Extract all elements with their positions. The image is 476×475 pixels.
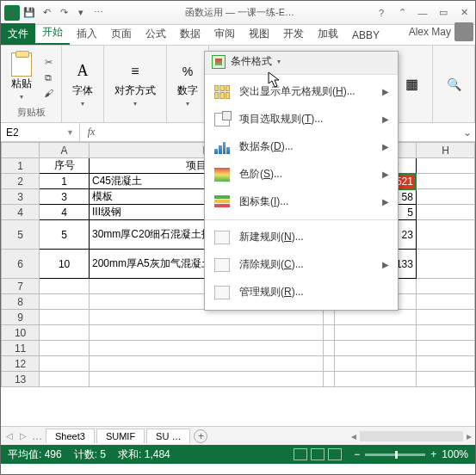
fx-icon[interactable]: fx: [80, 126, 102, 139]
zoom-level[interactable]: 100%: [442, 448, 468, 460]
undo-icon[interactable]: ↶: [39, 5, 54, 21]
account-menu[interactable]: Alex May: [402, 19, 475, 45]
view-switch[interactable]: [294, 448, 342, 460]
status-sum: 求和: 1,484: [118, 447, 170, 462]
cell-A1[interactable]: 序号: [40, 158, 90, 174]
zoom-out-button[interactable]: −: [354, 448, 360, 460]
row-1[interactable]: 1: [2, 158, 40, 174]
group-clipboard: 剪贴板: [17, 106, 46, 119]
conditional-format-icon: [212, 55, 226, 69]
cf-item-h[interactable]: 突出显示单元格规则(H)... ▶: [205, 78, 398, 106]
hscroll-track[interactable]: [360, 431, 463, 441]
format-table-button[interactable]: ▦: [396, 72, 427, 96]
cut-icon[interactable]: ✂: [40, 55, 56, 69]
cf-item-label: 突出显示单元格规则(H)...: [239, 84, 355, 99]
tab-more[interactable]: …: [32, 430, 42, 442]
copy-icon[interactable]: ⧉: [40, 71, 56, 84]
cell-A5[interactable]: 5: [40, 220, 90, 250]
cf-item-i[interactable]: 图标集(I)... ▶: [205, 188, 398, 216]
row-3[interactable]: 3: [2, 189, 40, 205]
tab-nav-prev[interactable]: ◁: [4, 431, 15, 441]
sheet-tab-2[interactable]: SU …: [146, 429, 190, 443]
cf-item-label: 管理规则(R)...: [239, 285, 304, 299]
cf-new-icon: [213, 229, 231, 246]
hscroll-right[interactable]: ▸: [467, 430, 472, 442]
conditional-format-button[interactable]: 条件格式 ▾: [212, 54, 281, 69]
tab-review[interactable]: 审阅: [207, 23, 242, 45]
submenu-arrow-icon: ▶: [382, 260, 389, 269]
row-12[interactable]: 12: [2, 356, 40, 372]
zoom-slider[interactable]: [365, 453, 425, 456]
cell-A3[interactable]: 3: [40, 189, 90, 205]
tab-page[interactable]: 页面: [104, 23, 139, 45]
cf-item-d[interactable]: 数据条(D)... ▶: [205, 133, 398, 161]
submenu-arrow-icon: ▶: [382, 197, 389, 207]
redo-icon[interactable]: ↷: [56, 5, 71, 21]
new-sheet-button[interactable]: +: [194, 429, 207, 443]
tab-abbyy[interactable]: ABBY: [345, 26, 386, 45]
find-button[interactable]: 🔍: [438, 72, 469, 96]
cf-item-n[interactable]: 新建规则(N)...: [205, 224, 398, 251]
select-all[interactable]: [2, 143, 40, 158]
tab-home[interactable]: 开始: [35, 22, 70, 45]
tab-nav-next[interactable]: ▷: [18, 431, 28, 441]
cf-cells-icon: [213, 83, 231, 101]
tab-view[interactable]: 视图: [242, 23, 276, 45]
row-7[interactable]: 7: [2, 279, 40, 294]
format-painter-icon[interactable]: 🖌: [40, 86, 56, 100]
col-H[interactable]: H: [416, 143, 474, 158]
zoom-in-button[interactable]: +: [430, 448, 436, 460]
close-icon[interactable]: ✕: [456, 5, 472, 21]
row-8[interactable]: 8: [2, 294, 40, 310]
cf-item-label: 数据条(D)...: [239, 139, 294, 154]
sheet-tab-0[interactable]: Sheet3: [46, 429, 95, 443]
ribbon-help-icon[interactable]: ?: [374, 5, 389, 21]
align-group-button[interactable]: ≡对齐方式▾: [109, 59, 161, 109]
tab-dev[interactable]: 开发: [276, 23, 311, 45]
row-5[interactable]: 5: [2, 220, 40, 250]
qat-custom-icon[interactable]: ⋯: [90, 5, 106, 21]
hscroll-left[interactable]: ◂: [351, 430, 356, 442]
row-13[interactable]: 13: [2, 372, 40, 387]
cf-item-r[interactable]: 管理规则(R)...: [205, 279, 398, 306]
maximize-icon[interactable]: ▭: [436, 5, 451, 21]
qat-more-icon[interactable]: ▾: [73, 5, 89, 21]
sheet-tab-1[interactable]: SUMIF: [96, 429, 145, 443]
row-6[interactable]: 6: [2, 250, 40, 279]
row-11[interactable]: 11: [2, 341, 40, 356]
ribbon-collapse-icon[interactable]: ⌃: [394, 5, 410, 21]
minimize-icon[interactable]: —: [415, 5, 430, 21]
cf-grad-icon: [213, 166, 231, 183]
cf-top-icon: [213, 111, 231, 128]
cell-A2[interactable]: 1: [40, 174, 90, 189]
sheet-tab-strip: ◁ ▷ … Sheet3SUMIFSU … + ◂ ▸: [1, 426, 475, 445]
formula-expand-icon[interactable]: ⌄: [463, 126, 472, 139]
row-2[interactable]: 2: [2, 174, 40, 189]
tab-file[interactable]: 文件: [1, 23, 35, 45]
paste-button[interactable]: 粘贴▾: [6, 52, 37, 102]
save-icon[interactable]: 💾: [22, 5, 37, 21]
ribbon-tabs: 文件 开始 插入 页面 公式 数据 审阅 视图 开发 加载 ABBY Alex …: [1, 25, 475, 46]
col-A[interactable]: A: [40, 143, 90, 158]
cf-item-t[interactable]: 项目选取规则(T)... ▶: [205, 106, 398, 133]
number-group-button[interactable]: %数字▾: [172, 59, 203, 109]
cf-item-s[interactable]: 色阶(S)... ▶: [205, 161, 398, 188]
name-box[interactable]: E2▼: [1, 123, 80, 141]
row-9[interactable]: 9: [2, 310, 40, 325]
tab-data[interactable]: 数据: [173, 23, 207, 45]
row-4[interactable]: 4: [2, 205, 40, 220]
chevron-down-icon[interactable]: ▼: [66, 128, 74, 137]
status-count: 计数: 5: [74, 447, 106, 462]
cf-item-label: 色阶(S)...: [239, 167, 282, 182]
font-group-button[interactable]: A字体▾: [67, 59, 98, 109]
cell-A4[interactable]: 4: [40, 205, 90, 220]
cf-item-c[interactable]: 清除规则(C)... ▶: [205, 251, 398, 279]
status-bar: 平均值: 496 计数: 5 求和: 1,484 − + 100%: [1, 445, 475, 464]
tab-insert[interactable]: 插入: [70, 23, 104, 45]
row-10[interactable]: 10: [2, 325, 40, 341]
cell-A6[interactable]: 10: [40, 250, 90, 279]
cf-item-label: 项目选取规则(T)...: [239, 112, 323, 126]
submenu-arrow-icon: ▶: [382, 170, 389, 179]
tab-formula[interactable]: 公式: [139, 23, 173, 45]
tab-addins[interactable]: 加载: [311, 23, 345, 45]
